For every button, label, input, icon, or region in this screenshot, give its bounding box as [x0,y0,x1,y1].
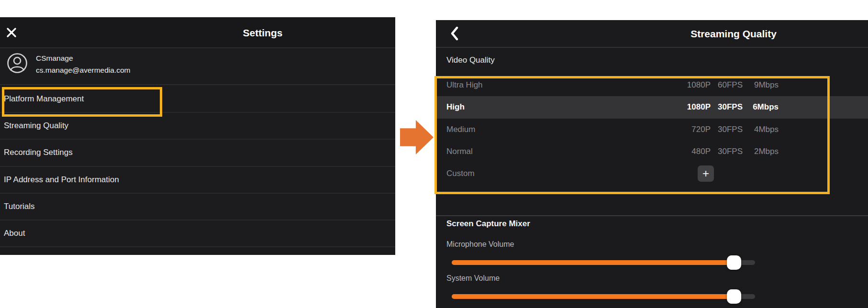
quality-row-normal[interactable]: Normal 480P 30FPS 2Mbps [436,141,868,163]
menu-item-label: Recording Settings [4,148,73,157]
quality-label: Medium [436,125,475,134]
menu-item-ip-address-port[interactable]: IP Address and Port Information [0,167,395,194]
slider-fill [452,260,734,265]
resolution-value: 480P [677,147,711,156]
plus-icon: + [702,167,709,180]
menu-item-label: IP Address and Port Information [4,175,119,185]
add-custom-quality-button[interactable]: + [698,165,714,182]
back-chevron-icon[interactable] [450,26,459,41]
streaming-quality-panel: Streaming Quality Video Quality Ultra Hi… [436,20,868,308]
quality-row-ultra-high[interactable]: Ultra High 1080P 60FPS 9Mbps [436,74,868,96]
fps-value: 30FPS [715,102,743,112]
menu-item-label: About [4,229,25,238]
account-email: cs.manage@avermedia.com [36,66,131,75]
slider-knob[interactable] [727,289,741,304]
quality-values: 480P 30FPS 2Mbps [677,141,779,163]
slider-knob[interactable] [727,255,741,270]
fps-value: 60FPS [715,80,743,90]
settings-header: Settings [0,17,395,48]
bitrate-value: 2Mbps [748,147,779,156]
streaming-quality-title: Streaming Quality [662,20,805,48]
quality-row-high[interactable]: High 1080P 30FPS 6Mbps [436,96,868,118]
settings-title: Settings [215,17,311,48]
bitrate-value: 9Mbps [748,80,779,90]
account-profile-row[interactable]: CSmanage cs.manage@avermedia.com [0,49,395,85]
menu-item-label: Streaming Quality [4,121,68,131]
streaming-quality-header: Streaming Quality [436,20,868,48]
account-name: CSmanage [36,54,73,63]
quality-label: Custom [436,169,475,178]
quality-row-custom[interactable]: Custom + [436,163,868,185]
resolution-value: 720P [677,125,711,134]
settings-panel: Settings CSmanage cs.manage@avermedia.co… [0,17,395,255]
video-quality-section-label: Video Quality [446,55,495,65]
menu-item-platform-management[interactable]: Platform Management [0,86,395,113]
system-volume-label: System Volume [446,274,500,283]
quality-values: 1080P 60FPS 9Mbps [677,74,779,96]
menu-item-label: Platform Management [4,94,84,104]
menu-item-label: Tutorials [4,202,35,211]
resolution-value: 1080P [677,102,711,112]
bitrate-value: 6Mbps [748,102,779,112]
bitrate-value: 4Mbps [748,125,779,134]
menu-item-streaming-quality[interactable]: Streaming Quality [0,113,395,140]
microphone-volume-label: Microphone Volume [446,240,514,249]
settings-menu: Platform Management Streaming Quality Re… [0,86,395,247]
quality-values: 720P 30FPS 4Mbps [677,119,779,141]
screen-capture-mixer-label: Screen Capture Mixer [446,219,530,229]
menu-item-about[interactable]: About [0,220,395,247]
quality-options-list: Ultra High 1080P 60FPS 9Mbps High 1080P … [436,74,868,185]
slider-fill [452,294,734,299]
fps-value: 30FPS [715,147,743,156]
close-icon[interactable] [6,27,17,38]
section-divider [436,215,868,216]
menu-item-tutorials[interactable]: Tutorials [0,194,395,220]
quality-label: Ultra High [436,80,483,90]
system-volume-slider[interactable] [452,294,755,299]
resolution-value: 1080P [677,80,711,90]
screenshot-stage: Settings CSmanage cs.manage@avermedia.co… [0,0,868,308]
arrow-right-icon [400,120,434,154]
menu-item-recording-settings[interactable]: Recording Settings [0,140,395,166]
avatar-person-icon [7,53,28,74]
quality-label: Normal [436,147,473,156]
fps-value: 30FPS [715,125,743,134]
quality-row-medium[interactable]: Medium 720P 30FPS 4Mbps [436,119,868,141]
microphone-volume-slider[interactable] [452,260,755,265]
quality-values: 1080P 30FPS 6Mbps [677,96,779,118]
quality-label: High [436,102,465,112]
